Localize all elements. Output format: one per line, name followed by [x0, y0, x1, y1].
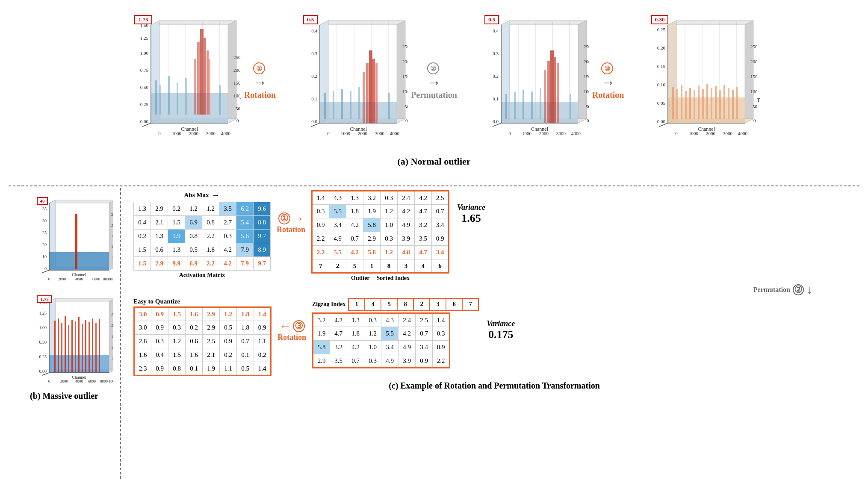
svg-rect-155 [728, 88, 729, 119]
svg-text:10: 10 [42, 254, 47, 259]
svg-rect-152 [715, 86, 717, 119]
final-matrix-outer: Zigzag Index 1 4 5 8 2 3 6 [312, 298, 479, 368]
svg-text:200: 200 [402, 59, 407, 64]
svg-text:6000: 6000 [88, 379, 96, 383]
svg-text:3000: 3000 [556, 131, 566, 136]
svg-text:0.50: 0.50 [39, 340, 47, 345]
svg-text:0.10: 0.10 [657, 82, 666, 87]
bottom-step1-arrow: → [292, 212, 304, 225]
zigzag-row: 1 4 5 8 2 3 6 7 [348, 298, 478, 310]
variance2-value: 0.175 [488, 328, 514, 341]
svg-rect-66 [388, 93, 390, 119]
final-row-0: 3.24.21.30.34.32.42.51.4 [313, 313, 450, 327]
svg-rect-185 [49, 252, 109, 270]
svg-rect-154 [723, 85, 725, 119]
after-rotation-container: 1.44.31.33.20.32.44.22.5 0.35.51.81.91.2… [311, 190, 449, 282]
zigzag-index-label: Zigzag Index [312, 301, 345, 308]
massive-chart2-max: 1.75 [40, 297, 49, 302]
svg-rect-100 [554, 57, 556, 123]
svg-text:0.20: 0.20 [657, 45, 666, 50]
svg-rect-222 [75, 321, 76, 372]
svg-rect-228 [95, 323, 97, 372]
massive-outlier-chart1: 0 10 20 25 30 35 Channel 0 2000 4000 600… [15, 192, 113, 282]
step3-arrow-block: ← ③ Rotation [278, 319, 306, 342]
zigzag-index-table: 1 4 5 8 2 3 6 7 [348, 298, 479, 311]
svg-rect-20 [185, 78, 187, 115]
abs-max-label: Abs Max [184, 191, 209, 199]
svg-text:0: 0 [405, 118, 407, 123]
svg-text:0.2: 0.2 [493, 74, 499, 79]
top-section: 0.00 0.25 0.50 0.75 1.00 1.25 1.50 Chann… [9, 4, 859, 184]
svg-rect-60 [375, 63, 378, 123]
svg-text:0.05: 0.05 [657, 100, 666, 106]
svg-marker-211 [49, 298, 113, 301]
svg-rect-218 [61, 323, 62, 372]
svg-marker-181 [49, 200, 113, 203]
variance2-label: Variance [487, 319, 515, 328]
svg-rect-223 [78, 317, 80, 372]
massive-outlier-chart2: 0.00 0.25 0.50 1.00 1.25 1.50 Channel 0 … [15, 291, 113, 385]
final-row-1: 1.94.71.81.25.54.20.70.3 [313, 327, 450, 341]
activation-row-0: 1.32.90.21.21.23.56.29.6 [134, 202, 271, 216]
svg-rect-11 [204, 38, 206, 115]
svg-text:0: 0 [44, 266, 47, 271]
step1-arrow-block: ① → Rotation [277, 212, 305, 234]
bottom-step2-down-arrow: ↓ [806, 283, 812, 297]
section-divider [9, 186, 859, 186]
svg-rect-14 [207, 50, 209, 115]
bottom-step2-circle: ② [793, 284, 804, 295]
eq-row-0: 3.00.90.30.22.90.51.80.9 [134, 321, 271, 335]
sorted-index-label: Sorted Index [377, 275, 410, 282]
svg-text:0.00: 0.00 [657, 119, 666, 124]
ar-sorted-index-row: 72518346 [312, 259, 449, 273]
activation-matrix: 1.32.90.21.21.23.56.29.6 0.42.11.56.90.8… [133, 202, 271, 271]
chart4-container: 0.00 0.05 0.10 0.15 0.20 0.25 Channel 0 … [627, 8, 760, 155]
svg-rect-104 [505, 94, 507, 119]
svg-text:0: 0 [327, 131, 330, 136]
svg-text:0.4: 0.4 [493, 28, 499, 33]
svg-text:0: 0 [753, 118, 756, 123]
svg-text:0.1: 0.1 [493, 96, 499, 101]
bottom-center-label: (c) Example of Rotation and Permutation … [129, 381, 859, 391]
svg-rect-105 [514, 92, 516, 119]
svg-rect-59 [363, 72, 365, 123]
svg-text:0.25: 0.25 [140, 102, 148, 107]
svg-text:35: 35 [42, 206, 47, 211]
chart3-container: 0.0 0.1 0.2 0.3 0.4 Channel 0 1000 2000 … [461, 8, 589, 155]
easy-quantize-container: Easy to Quantize 3.00.91.51.62.91.21.81.… [133, 298, 272, 376]
svg-marker-46 [320, 21, 405, 25]
svg-text:0: 0 [48, 277, 50, 281]
svg-rect-99 [550, 50, 554, 123]
svg-text:200: 200 [584, 59, 589, 64]
svg-rect-10 [200, 29, 204, 115]
step2-circle: ② [427, 62, 439, 74]
svg-marker-132 [668, 21, 753, 25]
step2-arrow-block: Permutation ② ↓ [133, 283, 855, 297]
svg-rect-217 [58, 318, 59, 372]
svg-text:4000: 4000 [75, 379, 83, 383]
svg-text:250: 250 [111, 212, 113, 217]
chart2-svg: 0.0 0.1 0.2 0.3 0.4 Channel 0 1000 2000 … [279, 8, 407, 153]
svg-rect-101 [547, 61, 550, 123]
svg-text:0: 0 [236, 118, 239, 123]
svg-text:Channel: Channel [72, 272, 86, 277]
bottom-left: 0 10 20 25 30 35 Channel 0 2000 4000 600… [9, 188, 120, 479]
svg-text:2000: 2000 [58, 277, 66, 281]
svg-text:50: 50 [112, 356, 113, 361]
top-section-label: (a) Normal outlier [397, 156, 470, 167]
bottom-step2-label: Permutation [753, 286, 790, 294]
svg-rect-65 [358, 87, 360, 119]
svg-text:2000: 2000 [539, 131, 549, 136]
svg-rect-145 [685, 91, 687, 119]
chart1-container: 0.00 0.25 0.50 0.75 1.00 1.25 1.50 Chann… [108, 8, 241, 155]
final-matrix: 3.24.21.30.34.32.42.51.4 1.94.71.81.25.5… [312, 312, 450, 368]
svg-rect-56 [369, 50, 372, 123]
svg-text:250: 250 [233, 55, 241, 60]
svg-rect-219 [65, 316, 66, 372]
chart4-svg: 0.00 0.05 0.10 0.15 0.20 0.25 Channel 0 … [627, 8, 760, 153]
arrow2-right: → [427, 74, 441, 90]
svg-rect-144 [681, 85, 682, 119]
svg-text:250: 250 [111, 312, 113, 316]
svg-text:150: 150 [111, 334, 113, 339]
svg-text:1000: 1000 [522, 131, 532, 136]
